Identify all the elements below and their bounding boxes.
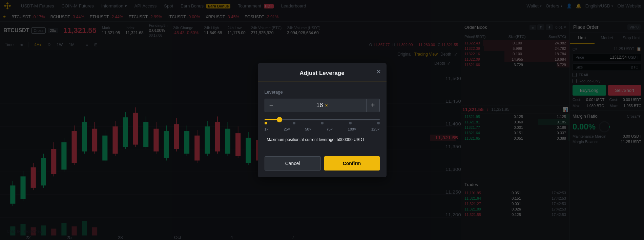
modal-overlay[interactable]: Adjust Leverage ✕ Leverage − 18 × + (0, 0, 644, 240)
leverage-slider-dots (265, 122, 380, 124)
leverage-marks: 1× 25× 50× 75× 100× 125× (265, 127, 380, 131)
leverage-number: 18 (316, 102, 323, 109)
slider-dot-1[interactable] (293, 122, 295, 124)
leverage-decrease-button[interactable]: − (265, 99, 278, 112)
modal-body: Leverage − 18 × + (258, 81, 387, 156)
leverage-mark-75x[interactable]: 75× (327, 127, 333, 131)
cancel-button[interactable]: Cancel (265, 156, 321, 171)
slider-dot-3[interactable] (349, 122, 352, 124)
leverage-slider-container (265, 119, 380, 124)
slider-dot-4[interactable] (377, 122, 380, 124)
leverage-max-value: 5000000 (337, 137, 353, 142)
leverage-info: · Maximum position at current leverage: … (265, 137, 380, 143)
leverage-increase-button[interactable]: + (366, 99, 380, 112)
leverage-mark-50x[interactable]: 50× (305, 127, 311, 131)
leverage-value-display[interactable]: 18 × (278, 99, 366, 112)
adjust-leverage-modal: Adjust Leverage ✕ Leverage − 18 × + (258, 63, 387, 177)
leverage-x-symbol: × (325, 103, 328, 108)
leverage-label: Leverage (265, 89, 380, 95)
modal-title: Adjust Leverage (299, 70, 344, 77)
modal-header: Adjust Leverage ✕ (258, 63, 387, 81)
leverage-mark-125x[interactable]: 125× (371, 127, 380, 131)
modal-footer: Cancel Confirm (258, 156, 387, 177)
confirm-button[interactable]: Confirm (324, 156, 380, 171)
slider-dot-2[interactable] (321, 122, 324, 124)
leverage-mark-1x[interactable]: 1× (265, 127, 269, 131)
leverage-input-row: − 18 × + (265, 99, 380, 112)
slider-dot-0[interactable] (265, 122, 267, 124)
leverage-mark-100x[interactable]: 100× (348, 127, 356, 131)
leverage-slider-track (265, 119, 380, 120)
leverage-mark-25x[interactable]: 25× (284, 127, 290, 131)
modal-close-button[interactable]: ✕ (376, 68, 381, 76)
